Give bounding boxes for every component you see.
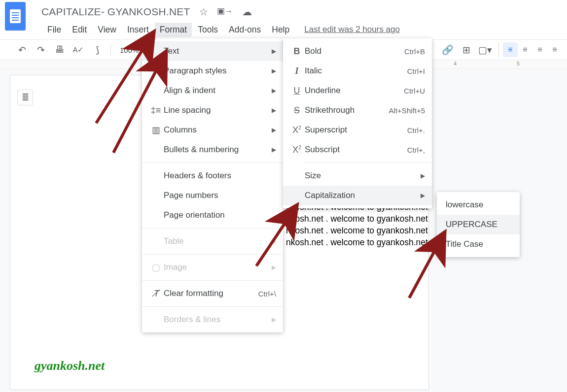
- text-underline[interactable]: UUnderlineCtrl+U: [283, 81, 432, 100]
- menu-edit[interactable]: Edit: [67, 23, 92, 37]
- align-left-icon[interactable]: ≡: [503, 42, 518, 57]
- watermark: gyankosh.net: [35, 359, 105, 373]
- menu-tools[interactable]: Tools: [193, 23, 223, 37]
- link-icon[interactable]: 🔗: [440, 42, 455, 57]
- text-strikethrough[interactable]: SStrikethroughAlt+Shift+5: [283, 100, 432, 120]
- text-bold[interactable]: BBoldCtrl+B: [283, 41, 432, 61]
- format-table: Table▶: [142, 231, 283, 251]
- document-title[interactable]: CAPITALIZE- GYANKOSH.NET: [41, 6, 190, 18]
- text-subscript[interactable]: X2SubscriptCtrl+,: [283, 140, 432, 160]
- cap-titlecase[interactable]: Title Case: [437, 234, 520, 254]
- format-clear-formatting[interactable]: T̸Clear formattingCtrl+\: [142, 284, 283, 303]
- text-superscript[interactable]: X2SuperscriptCtrl+.: [283, 120, 432, 140]
- capitalization-submenu: lowercase UPPERCASE Title Case: [437, 192, 520, 257]
- menu-insert[interactable]: Insert: [122, 23, 154, 37]
- menu-view[interactable]: View: [93, 23, 121, 37]
- format-dropdown: Text▶ Paragraph styles▶ Align & indent▶ …: [142, 38, 283, 332]
- line-spacing-icon: ‡≡: [149, 105, 163, 116]
- text-submenu: BBoldCtrl+B IItalicCtrl+I UUnderlineCtrl…: [283, 38, 432, 208]
- align-right-icon[interactable]: ≡: [532, 42, 547, 57]
- format-paragraph-styles[interactable]: Paragraph styles▶: [142, 61, 283, 81]
- menu-format[interactable]: Format: [155, 23, 192, 37]
- columns-icon: ▥: [149, 125, 163, 135]
- print-icon[interactable]: 🖶: [52, 42, 67, 57]
- align-center-icon[interactable]: ≡: [518, 42, 532, 57]
- text-line: nkosh.net . welcome to gyankosh.net: [286, 225, 428, 236]
- move-icon[interactable]: ▣→: [217, 6, 233, 18]
- image-icon: ▢: [149, 262, 163, 273]
- outline-button[interactable]: ≣: [17, 90, 33, 105]
- comment-icon[interactable]: ⊞: [459, 42, 474, 57]
- docs-logo[interactable]: [5, 2, 26, 31]
- format-page-numbers[interactable]: Page numbers: [142, 186, 283, 205]
- ruler-mark: 4: [454, 61, 457, 66]
- cap-lowercase[interactable]: lowercase: [437, 195, 520, 215]
- last-edit-link[interactable]: Last edit was 2 hours ago: [304, 25, 400, 34]
- text-capitalization[interactable]: Capitalization▶: [283, 186, 432, 205]
- menu-addons[interactable]: Add-ons: [224, 23, 266, 37]
- subscript-icon: X2: [290, 145, 304, 155]
- bold-icon: B: [290, 46, 304, 57]
- menu-file[interactable]: File: [42, 23, 66, 37]
- align-justify-icon[interactable]: ≡: [547, 42, 562, 57]
- format-line-spacing[interactable]: ‡≡Line spacing▶: [142, 100, 283, 120]
- italic-icon: I: [290, 66, 304, 76]
- cap-uppercase[interactable]: UPPERCASE: [437, 215, 520, 234]
- format-image: ▢Image▶: [142, 258, 283, 277]
- image-icon[interactable]: ▢▾: [478, 42, 493, 57]
- underline-icon: U: [290, 86, 304, 96]
- ruler-mark: 5: [517, 61, 520, 66]
- menu-help[interactable]: Help: [267, 23, 294, 37]
- cloud-icon[interactable]: ☁: [242, 6, 252, 18]
- text-italic[interactable]: IItalicCtrl+I: [283, 61, 432, 81]
- format-columns[interactable]: ▥Columns▶: [142, 120, 283, 140]
- text-size[interactable]: Size▶: [283, 166, 432, 186]
- format-page-orientation[interactable]: Page orientation: [142, 205, 283, 225]
- text-line: nkosh.net . welcome to gyankosh.net: [286, 236, 428, 248]
- format-text[interactable]: Text▶: [142, 41, 283, 61]
- strike-icon: S: [290, 105, 304, 116]
- superscript-icon: X2: [290, 125, 304, 135]
- undo-icon[interactable]: ↶: [15, 42, 30, 57]
- format-bullets-numbering[interactable]: Bullets & numbering▶: [142, 140, 283, 160]
- format-align-indent[interactable]: Align & indent▶: [142, 81, 283, 100]
- paint-format-icon[interactable]: ⟆: [90, 42, 105, 57]
- format-borders-lines: Borders & lines▶: [142, 310, 283, 329]
- format-headers-footers[interactable]: Headers & footers: [142, 166, 283, 186]
- redo-icon[interactable]: ↷: [34, 42, 48, 57]
- star-icon[interactable]: ☆: [199, 6, 208, 18]
- text-line: nkosh.net . welcome to gyankosh.net: [286, 213, 428, 225]
- menu-bar: File Edit View Insert Format Tools Add-o…: [0, 20, 567, 39]
- spellcheck-icon[interactable]: A✓: [71, 42, 86, 57]
- clear-format-icon: T̸: [149, 288, 163, 299]
